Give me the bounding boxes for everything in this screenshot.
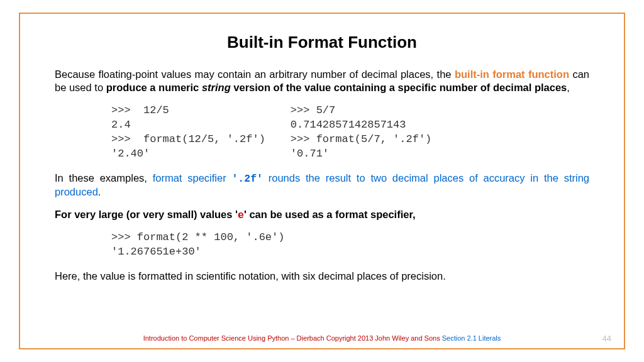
slide-frame: Built-in Format Function Because floatin… [19, 13, 625, 349]
intro-paragraph: Because floating-point values may contai… [55, 68, 589, 95]
page-number: 44 [602, 334, 611, 343]
text-bold: produce a numeric [106, 82, 202, 93]
slide-footer: Introduction to Computer Science Using P… [20, 334, 624, 342]
slide-title: Built-in Format Function [55, 33, 589, 52]
large-values-paragraph: For very large (or very small) values 'e… [55, 208, 589, 222]
text: Because floating-point values may contai… [55, 69, 455, 80]
code-example-1: >>> 12/5 2.4 >>> format(12/5, '.2f') '2.… [111, 104, 589, 162]
closing-paragraph: Here, the value is formatted in scientif… [55, 270, 589, 283]
footer-section: Section 2.1 Literals [440, 334, 501, 342]
text-bold: For very large (or very small) values [55, 209, 235, 220]
text-string: string [202, 82, 231, 93]
format-spec-2f: '.2f' [231, 173, 263, 185]
code-example-2: >>> format(2 ** 100, '.6e') '1.267651e+3… [111, 231, 589, 260]
code-right: >>> 5/7 0.7142857142857143 >>> format(5/… [291, 104, 431, 162]
code-left: >>> 12/5 2.4 >>> format(12/5, '.2f') '2.… [111, 104, 265, 162]
text: , [567, 82, 570, 93]
text: In these examples, [55, 172, 153, 184]
footer-attribution: Introduction to Computer Science Using P… [143, 334, 440, 342]
text-bold: can be used as a format specifier, [247, 209, 416, 220]
explanation-paragraph: In these examples, format specifier '.2f… [55, 172, 589, 199]
text: . [98, 186, 101, 197]
text-blue: format specifier [153, 172, 232, 184]
text-bold: version of the value containing a specif… [231, 82, 567, 93]
term-format-function: built-in format function [455, 69, 569, 80]
format-spec-e: e [238, 209, 244, 221]
